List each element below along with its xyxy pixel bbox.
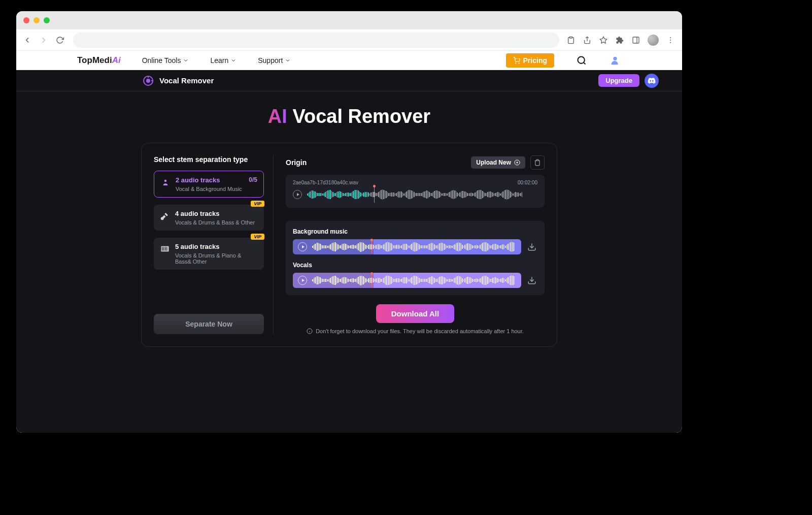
results-card: Background music Vocals (286, 221, 545, 295)
more-menu-icon[interactable] (666, 36, 675, 45)
separate-button[interactable]: Separate Now (154, 314, 264, 334)
track-label-vocals: Vocals (293, 262, 537, 269)
download-background-button[interactable] (526, 241, 537, 252)
profile-avatar[interactable] (648, 35, 659, 46)
stem-section-title: Select stem separation type (154, 155, 264, 164)
side-panel-icon[interactable] (631, 36, 640, 45)
chevron-down-icon (285, 57, 291, 63)
share-icon[interactable] (583, 36, 592, 45)
vip-badge: VIP (251, 234, 264, 240)
vocals-track-player[interactable] (293, 273, 521, 288)
chevron-down-icon (183, 57, 189, 63)
close-window-button[interactable] (23, 17, 29, 23)
clipboard-icon[interactable] (566, 36, 576, 45)
svg-marker-2 (600, 37, 606, 43)
svg-point-6 (670, 40, 671, 41)
app-header: Vocal Remover Upgrade (16, 70, 682, 91)
download-icon (527, 276, 536, 285)
file-name: 2ae0aa7b-17d3180a40c.wav (293, 180, 358, 185)
download-icon (527, 242, 536, 251)
svg-point-9 (519, 62, 519, 63)
stem-card-2-tracks[interactable]: 2 audio tracks0/5 Vocal & Background Mus… (154, 171, 264, 198)
app-logo-icon (142, 75, 154, 87)
address-bar[interactable] (73, 33, 559, 48)
vip-badge: VIP (251, 201, 264, 207)
back-button[interactable] (21, 34, 33, 46)
nav-support[interactable]: Support (258, 56, 291, 65)
app-title: Vocal Remover (159, 76, 214, 85)
guitar-icon (160, 211, 170, 221)
page-title: AI Vocal Remover (16, 91, 682, 138)
origin-label: Origin (286, 158, 307, 167)
nav-learn[interactable]: Learn (210, 56, 236, 65)
svg-rect-3 (633, 37, 639, 43)
piano-icon (160, 244, 170, 254)
download-all-button[interactable]: Download All (376, 304, 454, 323)
site-nav: TopMediAi Online Tools Learn Support Pri… (16, 51, 682, 70)
origin-waveform[interactable] (307, 188, 537, 201)
pricing-button[interactable]: Pricing (506, 53, 554, 68)
upgrade-button[interactable]: Upgrade (598, 74, 639, 87)
brand-logo[interactable]: TopMediAi (77, 55, 121, 66)
reload-button[interactable] (54, 34, 66, 46)
minimize-window-button[interactable] (33, 17, 40, 23)
svg-point-7 (670, 42, 671, 43)
voice-icon (160, 177, 171, 187)
brand-suffix: Ai (112, 55, 121, 65)
download-vocals-button[interactable] (526, 275, 537, 286)
user-icon[interactable] (609, 54, 621, 67)
brand-name: TopMedi (77, 55, 112, 65)
background-track-player[interactable] (293, 239, 521, 254)
stem-card-4-tracks[interactable]: VIP 4 audio tracks Vocals & Drums & Bass… (154, 205, 264, 231)
play-background-button[interactable] (298, 242, 307, 251)
extensions-icon[interactable] (615, 36, 624, 45)
svg-rect-0 (569, 37, 572, 38)
cart-icon (513, 57, 520, 64)
search-icon[interactable] (576, 54, 588, 67)
svg-point-14 (147, 79, 150, 82)
svg-point-10 (578, 56, 585, 63)
svg-point-8 (515, 62, 516, 63)
chevron-down-icon (230, 57, 236, 63)
stem-card-5-tracks[interactable]: VIP 5 audio tracks Vocals & Drums & Pian… (154, 238, 264, 270)
window-titlebar (16, 11, 682, 29)
main-panel: Select stem separation type 2 audio trac… (141, 143, 557, 347)
track-label-background: Background music (293, 228, 537, 235)
plus-circle-icon (514, 159, 520, 166)
svg-point-15 (164, 180, 167, 182)
file-duration: 00:02:00 (518, 180, 537, 185)
background-waveform[interactable] (312, 242, 516, 251)
discord-button[interactable] (645, 74, 659, 88)
discord-icon (648, 77, 656, 85)
play-origin-button[interactable] (293, 190, 302, 199)
svg-point-12 (613, 56, 617, 60)
nav-online-tools[interactable]: Online Tools (142, 56, 189, 65)
info-icon (307, 328, 313, 334)
forward-button[interactable] (38, 34, 50, 46)
trash-icon (534, 159, 541, 166)
svg-line-11 (584, 62, 586, 64)
maximize-window-button[interactable] (44, 17, 50, 23)
notice-text: Don't forget to download your files. The… (286, 328, 545, 334)
play-vocals-button[interactable] (298, 276, 307, 285)
svg-point-5 (670, 37, 671, 38)
vocals-waveform[interactable] (312, 276, 516, 285)
bookmark-star-icon[interactable] (599, 36, 608, 45)
origin-audio-card: 2ae0aa7b-17d3180a40c.wav 00:02:00 (286, 175, 545, 208)
delete-button[interactable] (530, 155, 545, 170)
browser-toolbar (16, 29, 682, 51)
upload-new-button[interactable]: Upload New (471, 156, 525, 169)
